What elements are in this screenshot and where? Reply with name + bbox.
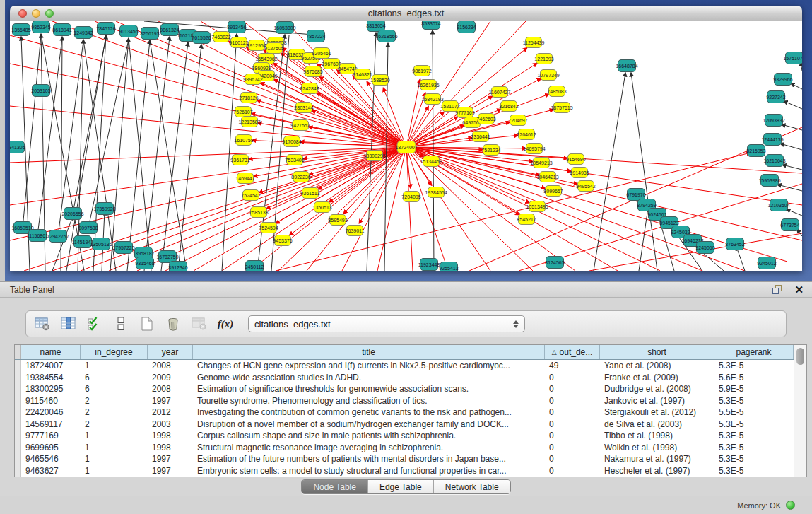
- table-cell[interactable]: 2: [81, 407, 148, 419]
- close-window-button[interactable]: [18, 9, 27, 18]
- table-cell[interactable]: Estimation of the future numbers of pati…: [193, 453, 545, 465]
- minimize-window-button[interactable]: [32, 9, 40, 18]
- table-cell[interactable]: 49: [545, 360, 600, 372]
- network-node[interactable]: 7485083: [547, 86, 566, 97]
- table-cell[interactable]: 5.3E-5: [714, 430, 794, 442]
- network-node[interactable]: 1588520: [370, 75, 389, 86]
- table-cell[interactable]: 1: [81, 430, 148, 442]
- network-node[interactable]: 8215953: [746, 145, 765, 157]
- network-node[interactable]: 9361731: [230, 155, 249, 165]
- network-node[interactable]: 12444139: [761, 134, 783, 146]
- table-cell[interactable]: 5.3E-5: [714, 465, 794, 477]
- network-node[interactable]: 9453376: [273, 235, 292, 246]
- table-row[interactable]: 977716911998Corpus callosum shape and si…: [15, 430, 806, 442]
- table-cell[interactable]: Tourette syndrome. Phenomenology and cla…: [193, 395, 545, 407]
- network-node[interactable]: 6914935: [570, 168, 589, 178]
- table-cell[interactable]: 5.6E-5: [714, 372, 794, 384]
- table-cell[interactable]: Dudbridge et al. (2008): [600, 383, 714, 395]
- close-panel-icon[interactable]: ✕: [794, 285, 804, 295]
- network-node[interactable]: 9097588: [78, 222, 98, 234]
- table-cell[interactable]: 1: [81, 453, 148, 465]
- table-cell[interactable]: Yano et al. (2008): [600, 360, 714, 372]
- column-header-indegree[interactable]: in_degree: [81, 345, 148, 359]
- network-node[interactable]: 7639011: [346, 226, 365, 236]
- table-cell[interactable]: 2: [81, 395, 148, 407]
- network-node[interactable]: 8618941: [52, 24, 71, 36]
- table-cell[interactable]: Estimation of significance thresholds fo…: [193, 383, 545, 395]
- network-node[interactable]: 8545217: [517, 214, 536, 225]
- table-cell[interactable]: 2: [81, 419, 148, 431]
- network-node[interactable]: 11923448: [418, 259, 440, 271]
- network-node[interactable]: 9361513: [300, 188, 319, 199]
- network-node[interactable]: 10513495: [526, 201, 548, 212]
- network-node[interactable]: 7462603: [476, 114, 495, 124]
- network-node[interactable]: 9127505: [264, 43, 283, 54]
- table-cell[interactable]: 1: [81, 442, 148, 454]
- table-settings-button[interactable]: [33, 315, 52, 333]
- select-column-button[interactable]: [59, 315, 78, 333]
- network-node[interactable]: 9245060: [695, 242, 714, 254]
- tab-edge-table[interactable]: Edge Table: [367, 480, 433, 493]
- table-row[interactable]: 946554611997Estimation of the future num…: [15, 453, 806, 465]
- table-cell[interactable]: 1997: [148, 395, 193, 407]
- table-cell[interactable]: 2008: [148, 360, 193, 372]
- table-cell[interactable]: de Silva et al. (2003): [600, 419, 714, 431]
- network-node[interactable]: 9154690: [566, 154, 585, 165]
- table-cell[interactable]: Changes of HCN gene expression and I(f) …: [193, 360, 545, 372]
- network-node[interactable]: 15842193: [421, 94, 443, 105]
- network-node[interactable]: 2718126: [239, 93, 258, 103]
- table-cell[interactable]: Wolkin et al. (1998): [600, 442, 714, 454]
- network-node[interactable]: 7204095: [401, 192, 420, 202]
- network-node[interactable]: 12093832: [763, 115, 784, 127]
- table-cell[interactable]: 0: [545, 465, 600, 477]
- network-node[interactable]: 15751074: [783, 52, 802, 64]
- table-cell[interactable]: Tibbo et al. (1998): [600, 430, 714, 442]
- network-node[interactable]: 3216842: [499, 101, 518, 112]
- table-row[interactable]: 969969511998Structural magnetic resonanc…: [15, 442, 806, 454]
- network-node[interactable]: 19384554: [425, 187, 447, 198]
- network-node[interactable]: 2053105: [31, 85, 50, 97]
- network-node[interactable]: 9495542: [576, 181, 595, 192]
- table-cell[interactable]: 6: [81, 383, 148, 395]
- network-node[interactable]: 2450112: [245, 261, 264, 271]
- network-node[interactable]: 7845126: [96, 23, 115, 35]
- network-node[interactable]: 8912340: [168, 262, 187, 271]
- table-cell[interactable]: 14569117: [21, 419, 81, 431]
- network-node[interactable]: 10464213: [536, 172, 558, 182]
- network-node[interactable]: 9170084: [282, 136, 301, 147]
- table-cell[interactable]: 19384554: [21, 372, 81, 384]
- table-cell[interactable]: 0: [545, 395, 600, 407]
- network-canvas[interactable]: 1522605891275051654396298609292242004698…: [10, 21, 802, 271]
- network-node[interactable]: 9329966: [773, 74, 792, 86]
- table-cell[interactable]: 5.3E-5: [714, 360, 794, 372]
- network-node[interactable]: 8922236: [291, 172, 310, 182]
- network-node[interactable]: 18724007: [395, 141, 417, 153]
- table-cell[interactable]: 9115460: [21, 395, 81, 407]
- network-node[interactable]: 9861324: [160, 24, 179, 36]
- column-header-pagerank[interactable]: pagerank: [714, 345, 794, 359]
- table-cell[interactable]: Hescheler et al. (1997): [600, 465, 714, 477]
- network-node[interactable]: 16210643: [763, 155, 785, 167]
- network-node[interactable]: 1610758: [234, 135, 253, 146]
- table-cell[interactable]: 9699695: [21, 442, 81, 454]
- network-node[interactable]: 2204612: [517, 129, 536, 140]
- column-header-short[interactable]: short: [600, 345, 714, 359]
- select-all-rows-button[interactable]: [86, 315, 104, 333]
- network-node[interactable]: 7524542: [241, 190, 260, 201]
- network-node[interactable]: 11156861: [27, 230, 48, 242]
- network-node[interactable]: 8099657: [543, 186, 563, 197]
- table-cell[interactable]: 9777169: [21, 430, 81, 442]
- create-new-table-button[interactable]: [138, 315, 156, 333]
- network-node[interactable]: 9896742: [243, 74, 262, 85]
- network-node[interactable]: 16782759: [156, 251, 178, 263]
- network-node[interactable]: 7857224: [306, 30, 325, 42]
- network-node[interactable]: 17359928: [93, 203, 115, 215]
- network-node[interactable]: 1350513: [312, 202, 331, 213]
- table-cell[interactable]: Embryonic stem cells: a model to study s…: [193, 465, 545, 477]
- network-node[interactable]: 9245012: [757, 257, 776, 269]
- table-cell[interactable]: 1998: [148, 430, 193, 442]
- table-cell[interactable]: 1997: [148, 465, 193, 477]
- table-cell[interactable]: Investigating the contribution of common…: [193, 407, 545, 419]
- network-node[interactable]: 6773754: [780, 219, 799, 231]
- table-row[interactable]: 1830029562008Estimation of significance …: [15, 383, 806, 395]
